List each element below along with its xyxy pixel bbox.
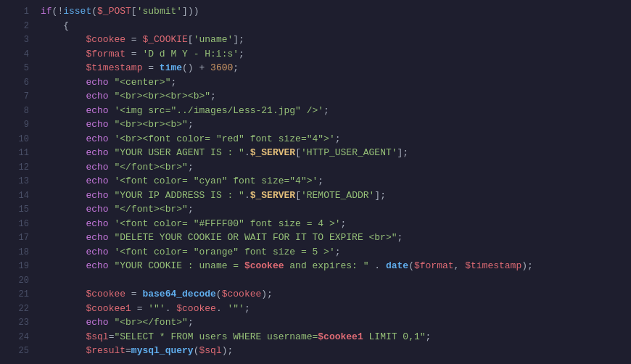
code-line: 18 echo '<font color= "orange" font size…: [0, 245, 631, 260]
code-line: 17 echo "DELETE YOUR COOKIE OR WAIT FOR …: [0, 231, 631, 245]
code-line: 19 echo "YOUR COOKIE : uname = $cookee a…: [0, 259, 631, 273]
code-line: 14 echo "YOUR IP ADDRESS IS : ".$_SERVER…: [0, 189, 631, 203]
code-line: 21 $cookee = base64_decode($cookee);: [0, 287, 631, 302]
code-line: 9 echo "<br><br><b>";: [0, 117, 631, 132]
code-line: 5 $timestamp = time() + 3600;: [0, 61, 631, 75]
code-line: 25 $result=mysql_query($sql);: [0, 344, 631, 358]
code-line: 12 echo "</font><br>";: [0, 160, 631, 175]
code-line: 7 echo "<br><br><br><b>";: [0, 89, 631, 104]
code-line: 20: [0, 273, 631, 288]
code-line: 11 echo "YOUR USER AGENT IS : ".$_SERVER…: [0, 146, 631, 160]
code-line: 16 echo '<font color= "#FFFF00" font siz…: [0, 217, 631, 231]
code-line: 22 $cookee1 = '"'. $cookee. '"';: [0, 302, 631, 316]
code-line: 23 echo "<br></font>";: [0, 315, 631, 330]
code-line: 24 $sql="SELECT * FROM users WHERE usern…: [0, 330, 631, 344]
code-line: 1 if(!isset($_POST['submit'])): [0, 4, 631, 19]
code-line: 13 echo '<font color= "cyan" font size="…: [0, 174, 631, 189]
code-line: 6 echo "<center>";: [0, 75, 631, 90]
code-line: 8 echo '<img src="../images/Less-21.jpg"…: [0, 104, 631, 118]
code-editor: 1 if(!isset($_POST['submit'])) 2 { 3 $co…: [0, 0, 631, 364]
code-line: 2 {: [0, 19, 631, 33]
code-line: 4 $format = 'D d M Y - H:i:s';: [0, 47, 631, 62]
code-line: 15 echo "</font><br>";: [0, 202, 631, 217]
code-line: 3 $cookee = $_COOKIE['uname'];: [0, 33, 631, 47]
code-line: 10 echo '<br><font color= "red" font siz…: [0, 132, 631, 146]
